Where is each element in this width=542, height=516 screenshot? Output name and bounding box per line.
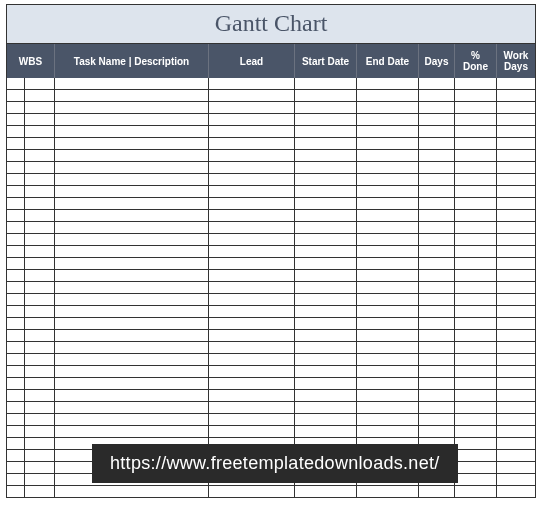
cell-wdays[interactable] <box>497 114 535 125</box>
cell-start[interactable] <box>295 258 357 269</box>
cell-wbs-b[interactable] <box>25 174 55 185</box>
cell-wdays[interactable] <box>497 450 535 461</box>
cell-wbs-a[interactable] <box>7 198 25 209</box>
table-row[interactable] <box>6 378 536 390</box>
cell-pdone[interactable] <box>455 342 497 353</box>
cell-wbs-a[interactable] <box>7 174 25 185</box>
cell-wbs-b[interactable] <box>25 138 55 149</box>
cell-lead[interactable] <box>209 486 295 497</box>
cell-wbs-a[interactable] <box>7 390 25 401</box>
cell-wbs-b[interactable] <box>25 198 55 209</box>
cell-end[interactable] <box>357 126 419 137</box>
cell-task[interactable] <box>55 486 209 497</box>
cell-end[interactable] <box>357 366 419 377</box>
cell-days[interactable] <box>419 486 455 497</box>
cell-end[interactable] <box>357 294 419 305</box>
cell-task[interactable] <box>55 102 209 113</box>
cell-start[interactable] <box>295 102 357 113</box>
cell-lead[interactable] <box>209 210 295 221</box>
cell-days[interactable] <box>419 426 455 437</box>
cell-wdays[interactable] <box>497 186 535 197</box>
cell-start[interactable] <box>295 366 357 377</box>
cell-wbs-b[interactable] <box>25 414 55 425</box>
cell-wdays[interactable] <box>497 294 535 305</box>
cell-end[interactable] <box>357 342 419 353</box>
cell-pdone[interactable] <box>455 318 497 329</box>
cell-wbs-a[interactable] <box>7 342 25 353</box>
cell-pdone[interactable] <box>455 270 497 281</box>
cell-pdone[interactable] <box>455 138 497 149</box>
cell-end[interactable] <box>357 402 419 413</box>
table-row[interactable] <box>6 414 536 426</box>
cell-pdone[interactable] <box>455 282 497 293</box>
cell-end[interactable] <box>357 258 419 269</box>
cell-wdays[interactable] <box>497 90 535 101</box>
cell-wbs-b[interactable] <box>25 210 55 221</box>
cell-task[interactable] <box>55 342 209 353</box>
cell-wbs-b[interactable] <box>25 150 55 161</box>
cell-pdone[interactable] <box>455 450 497 461</box>
cell-start[interactable] <box>295 114 357 125</box>
cell-start[interactable] <box>295 246 357 257</box>
cell-end[interactable] <box>357 354 419 365</box>
cell-wbs-a[interactable] <box>7 126 25 137</box>
cell-end[interactable] <box>357 150 419 161</box>
cell-days[interactable] <box>419 270 455 281</box>
cell-wbs-a[interactable] <box>7 462 25 473</box>
cell-wbs-b[interactable] <box>25 438 55 449</box>
cell-start[interactable] <box>295 90 357 101</box>
cell-wbs-b[interactable] <box>25 450 55 461</box>
table-row[interactable] <box>6 486 536 498</box>
table-row[interactable] <box>6 150 536 162</box>
cell-days[interactable] <box>419 162 455 173</box>
cell-lead[interactable] <box>209 378 295 389</box>
cell-days[interactable] <box>419 354 455 365</box>
cell-days[interactable] <box>419 150 455 161</box>
cell-lead[interactable] <box>209 402 295 413</box>
cell-pdone[interactable] <box>455 210 497 221</box>
cell-wbs-a[interactable] <box>7 282 25 293</box>
table-row[interactable] <box>6 390 536 402</box>
cell-task[interactable] <box>55 402 209 413</box>
cell-start[interactable] <box>295 186 357 197</box>
cell-days[interactable] <box>419 318 455 329</box>
cell-pdone[interactable] <box>455 402 497 413</box>
cell-start[interactable] <box>295 78 357 89</box>
cell-wbs-a[interactable] <box>7 486 25 497</box>
cell-lead[interactable] <box>209 222 295 233</box>
cell-wbs-a[interactable] <box>7 150 25 161</box>
cell-wbs-b[interactable] <box>25 318 55 329</box>
cell-start[interactable] <box>295 222 357 233</box>
cell-start[interactable] <box>295 390 357 401</box>
cell-pdone[interactable] <box>455 414 497 425</box>
cell-wdays[interactable] <box>497 210 535 221</box>
cell-lead[interactable] <box>209 90 295 101</box>
cell-wbs-a[interactable] <box>7 210 25 221</box>
cell-start[interactable] <box>295 426 357 437</box>
cell-days[interactable] <box>419 210 455 221</box>
cell-start[interactable] <box>295 414 357 425</box>
cell-wbs-a[interactable] <box>7 78 25 89</box>
cell-days[interactable] <box>419 378 455 389</box>
table-row[interactable] <box>6 402 536 414</box>
cell-days[interactable] <box>419 282 455 293</box>
cell-task[interactable] <box>55 234 209 245</box>
cell-pdone[interactable] <box>455 438 497 449</box>
cell-pdone[interactable] <box>455 294 497 305</box>
cell-wdays[interactable] <box>497 270 535 281</box>
cell-days[interactable] <box>419 174 455 185</box>
cell-task[interactable] <box>55 246 209 257</box>
cell-wdays[interactable] <box>497 138 535 149</box>
cell-days[interactable] <box>419 198 455 209</box>
cell-end[interactable] <box>357 222 419 233</box>
cell-wdays[interactable] <box>497 378 535 389</box>
table-row[interactable] <box>6 234 536 246</box>
cell-wdays[interactable] <box>497 438 535 449</box>
table-row[interactable] <box>6 114 536 126</box>
cell-pdone[interactable] <box>455 150 497 161</box>
cell-end[interactable] <box>357 486 419 497</box>
cell-wbs-b[interactable] <box>25 342 55 353</box>
cell-wbs-b[interactable] <box>25 90 55 101</box>
cell-pdone[interactable] <box>455 162 497 173</box>
cell-task[interactable] <box>55 222 209 233</box>
